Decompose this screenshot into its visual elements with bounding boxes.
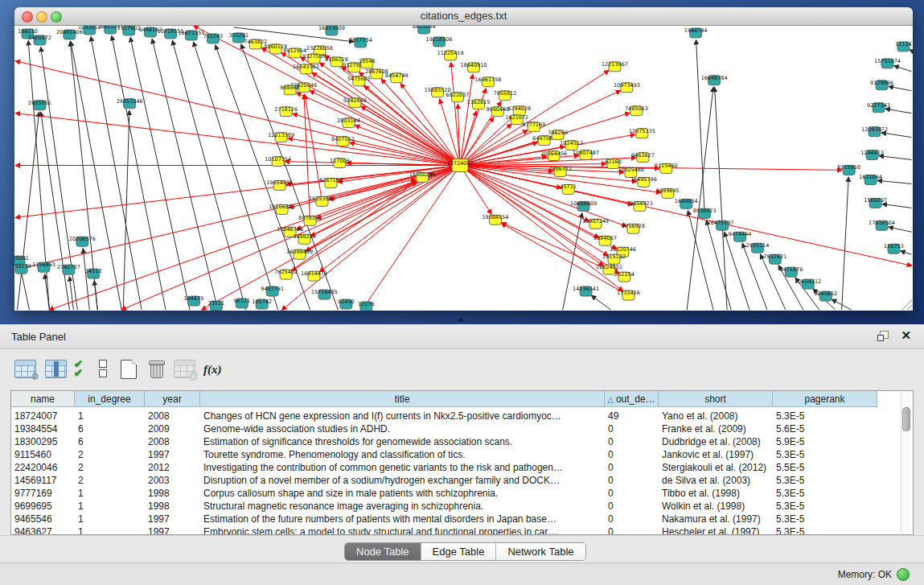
- graph-edge[interactable]: [18, 113, 39, 310]
- table-cell: 1: [75, 500, 145, 513]
- column-header-short[interactable]: short: [659, 391, 773, 407]
- column-header-pagerank[interactable]: pagerank: [773, 391, 877, 407]
- graph-edge[interactable]: [123, 111, 129, 310]
- graph-edge[interactable]: [688, 211, 713, 310]
- graph-node-label: 16353554: [309, 196, 335, 202]
- table-row[interactable]: 969969511998Structural magnetic resonanc…: [11, 500, 888, 513]
- graph-node-label: 1244413: [860, 150, 884, 156]
- graph-node-label: 9777169: [522, 122, 545, 128]
- column-header-name[interactable]: name: [11, 391, 75, 407]
- row-height-button[interactable]: [99, 360, 107, 379]
- graph-node-label: 9115460: [655, 163, 678, 170]
- graph-edge[interactable]: [194, 43, 278, 310]
- graph-edge[interactable]: [372, 68, 460, 165]
- graph-edge[interactable]: [83, 249, 89, 310]
- table-row[interactable]: 1830029562008Estimation of significance …: [11, 435, 888, 448]
- graph-edge[interactable]: [901, 251, 911, 254]
- graph-edge[interactable]: [297, 93, 460, 165]
- graph-edge[interactable]: [696, 40, 705, 213]
- graph-edge[interactable]: [94, 281, 97, 310]
- column-header-title[interactable]: title: [200, 391, 605, 407]
- graph-node-label: 2405572: [28, 35, 51, 41]
- table-row[interactable]: 1938455462009Genome-wide association stu…: [11, 422, 888, 435]
- graph-node-label: 19654923: [626, 200, 653, 207]
- table-row[interactable]: 1872400712008Changes of HCN gene express…: [11, 410, 888, 422]
- scrollbar-thumb[interactable]: [902, 407, 910, 431]
- table-cell: 1997: [145, 513, 200, 525]
- screen: citations_edges.txt 18611024055722069140…: [0, 0, 924, 585]
- table-row[interactable]: 1456911722003Disruption of a novel membe…: [11, 474, 888, 487]
- network-canvas[interactable]: 1861102405572206914061093813166532571527…: [14, 26, 913, 311]
- table-cell: Disruption of a novel member of a sodium…: [200, 474, 605, 487]
- graph-edge[interactable]: [563, 213, 582, 310]
- close-panel-icon[interactable]: ✕: [901, 329, 911, 342]
- column-header-indegree[interactable]: in_degree: [75, 391, 145, 407]
- graph-edge[interactable]: [305, 95, 322, 202]
- graph-node-label: 16033809: [318, 26, 345, 31]
- graph-edge[interactable]: [310, 91, 460, 166]
- graph-node-label: 18300295: [409, 171, 436, 178]
- column-header-year[interactable]: year: [145, 391, 200, 407]
- table-scrollbar[interactable]: [901, 393, 910, 533]
- table-cell: 5.3E-5: [773, 448, 877, 461]
- graph-edge[interactable]: [894, 66, 911, 72]
- graph-edge[interactable]: [460, 117, 494, 165]
- select-all-button[interactable]: ✔ ✔: [74, 360, 83, 377]
- new-attribute-button[interactable]: [121, 360, 137, 379]
- graph-edge[interactable]: [879, 156, 911, 160]
- network-window: citations_edges.txt 18611024055722069140…: [14, 7, 913, 311]
- table-row[interactable]: 911546021997Tourette syndrome. Phenomeno…: [11, 448, 888, 461]
- graph-edge[interactable]: [889, 227, 911, 232]
- column-header-outde[interactable]: △ out_de…: [605, 391, 659, 407]
- graph-edge[interactable]: [460, 111, 476, 165]
- tab-edge-table[interactable]: Edge Table: [421, 543, 497, 560]
- graph-edge[interactable]: [49, 166, 460, 310]
- delete-attribute-button[interactable]: [148, 360, 164, 377]
- graph-node-label: 12213967: [602, 61, 628, 68]
- graph-edge[interactable]: [882, 204, 911, 208]
- graph-edge[interactable]: [460, 75, 473, 166]
- graph-edge[interactable]: [20, 268, 29, 310]
- graph-edge[interactable]: [16, 166, 460, 270]
- graph-node-label: 835061: [14, 255, 29, 262]
- graph-node-label: 15751074: [874, 58, 901, 64]
- graph-edge[interactable]: [69, 277, 73, 310]
- graph-edge[interactable]: [592, 295, 611, 310]
- graph-edge[interactable]: [152, 39, 218, 310]
- graph-edge[interactable]: [878, 180, 912, 183]
- graph-edge[interactable]: [910, 50, 911, 51]
- tab-network-table[interactable]: Network Table: [496, 543, 585, 560]
- function-builder-button[interactable]: f(x): [203, 363, 222, 377]
- graph-edge[interactable]: [460, 166, 491, 214]
- table-row[interactable]: 946554611997Estimation of the future num…: [11, 513, 888, 525]
- table-cell: 5.9E-5: [773, 435, 877, 448]
- float-panel-icon[interactable]: [877, 331, 889, 341]
- graph-edge[interactable]: [361, 106, 460, 165]
- delete-table-button: x: [174, 360, 195, 378]
- table-cell: 5.3E-5: [773, 500, 877, 513]
- table-settings-button[interactable]: ⚙: [14, 360, 36, 378]
- graph-edge[interactable]: [715, 88, 727, 310]
- graph-edge[interactable]: [286, 182, 417, 274]
- graph-node-label: 8267150: [319, 177, 343, 183]
- graph-node-label: 10107554: [265, 156, 291, 163]
- graph-edge[interactable]: [305, 181, 417, 240]
- window-titlebar[interactable]: citations_edges.txt: [14, 7, 913, 26]
- graph-node-label: 7857234: [349, 37, 372, 43]
- graph-edge[interactable]: [842, 177, 849, 310]
- table-row[interactable]: 977716911998Corpus callosum shape and si…: [11, 487, 888, 500]
- table-row[interactable]: 946362711997Embryonic stem cells: a mode…: [11, 525, 888, 535]
- show-columns-button[interactable]: [45, 360, 67, 378]
- graph-node-label: 8427552: [331, 136, 355, 142]
- graph-node-label: 9756928: [622, 223, 645, 229]
- table-cell: 0: [605, 474, 659, 487]
- graph-edge[interactable]: [885, 109, 911, 113]
- table-row[interactable]: 2242004622012Investigating the contribut…: [11, 461, 888, 474]
- memory-ok-indicator[interactable]: [897, 568, 910, 581]
- graph-edge[interactable]: [889, 86, 911, 90]
- graph-edge[interactable]: [881, 133, 911, 138]
- tab-node-table[interactable]: Node Table: [345, 543, 421, 560]
- graph-edge[interactable]: [460, 166, 911, 266]
- graph-edge[interactable]: [172, 41, 245, 310]
- panel-resize-grip[interactable]: [457, 317, 465, 322]
